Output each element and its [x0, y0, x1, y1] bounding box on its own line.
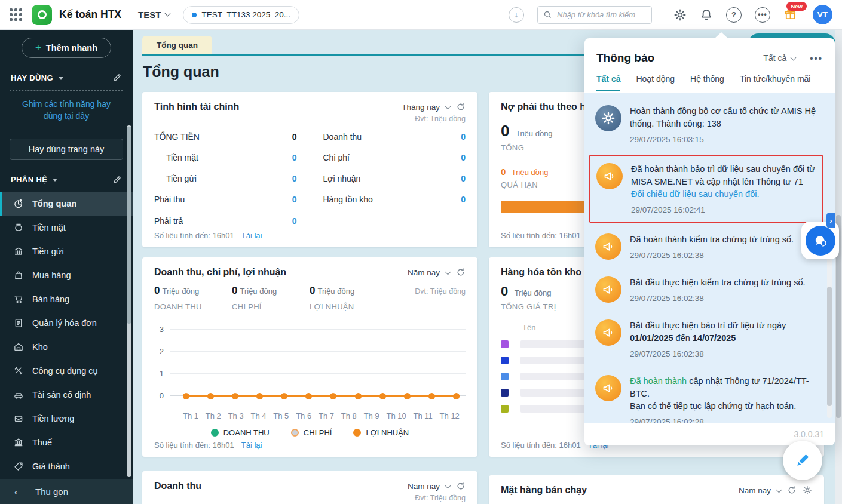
download-icon[interactable]: ↓: [509, 7, 524, 23]
more-options-icon[interactable]: •••: [755, 7, 770, 23]
database-selector[interactable]: TEST_TT133 2025_20...: [183, 6, 299, 24]
refresh-icon[interactable]: [456, 481, 466, 491]
data-points: [183, 393, 460, 399]
refresh-icon[interactable]: [456, 102, 466, 112]
whats-new-icon[interactable]: New: [783, 8, 797, 21]
panel-caret: [715, 32, 728, 38]
total-value: 0: [501, 122, 509, 140]
chevron-down-icon[interactable]: [776, 487, 782, 493]
user-avatar[interactable]: VT: [813, 5, 832, 24]
notification-time: 29/07/2025 16:02:41: [631, 205, 817, 214]
car-icon: [13, 389, 24, 400]
tab-tong-quan[interactable]: Tổng quan: [142, 36, 212, 54]
system-gear-icon: [595, 105, 621, 131]
finance-row: Phải trả0: [154, 210, 297, 231]
overdue-value: 0: [501, 167, 506, 177]
sidebar-item-cong-cu-dung-cu[interactable]: Công cụ dụng cụ: [0, 359, 133, 383]
tab-he-thong[interactable]: Hệ thống: [690, 74, 724, 91]
sidebar-item-thue[interactable]: Thuế: [0, 431, 133, 454]
notification-item[interactable]: Hoàn thành đồng bộ cơ cấu tổ chức từ AMI…: [584, 97, 835, 152]
notification-time: 29/07/2025 16:02:38: [630, 349, 786, 358]
notifications-bell-icon[interactable]: [700, 8, 713, 21]
notification-filter-select[interactable]: Tất cả: [763, 53, 795, 63]
sidebar-item-gia-thanh[interactable]: Giá thành: [0, 454, 133, 478]
favorites-section-header[interactable]: HAY DÙNG: [0, 73, 133, 82]
finance-row: Tiền gửi0: [154, 168, 297, 189]
finance-row: Chi phí0: [323, 147, 466, 168]
megaphone-icon: [595, 319, 621, 346]
sidebar-item-quan-ly-hoa-don[interactable]: Quản lý hóa đơn: [0, 311, 133, 335]
finance-card: Tình hình tài chính Tháng này Đvt: Triệu…: [142, 92, 477, 247]
search-input[interactable]: [557, 10, 646, 19]
chevron-down-icon[interactable]: [445, 483, 451, 488]
edit-pencil-icon[interactable]: [112, 73, 122, 82]
chevron-down-icon: [791, 54, 797, 60]
help-icon[interactable]: ?: [726, 7, 742, 23]
sidebar-item-tien-mat[interactable]: Tiền mặt: [0, 216, 133, 239]
search-box[interactable]: [537, 6, 652, 24]
card-settings-gear-icon[interactable]: [803, 485, 812, 495]
notification-item[interactable]: Đã hoàn thành cập nhật Thông tư 71/2024/…: [584, 367, 835, 423]
period-select[interactable]: Năm nay: [408, 482, 440, 491]
quick-add-button[interactable]: + Thêm nhanh: [22, 38, 111, 58]
price-tag-icon: [13, 461, 24, 472]
sidebar-item-tien-luong[interactable]: Tiền lương: [0, 407, 133, 431]
expand-side-tab[interactable]: ›: [826, 213, 835, 228]
page-title: Tổng quan: [143, 63, 219, 81]
sidebar-scrollbar[interactable]: [127, 125, 131, 477]
org-selector[interactable]: TEST: [138, 10, 170, 20]
tab-hoat-dong[interactable]: Hoạt động: [636, 74, 675, 91]
invoice-icon: [13, 318, 24, 328]
card-title: Doanh thu, chi phí, lợi nhuận: [154, 267, 286, 278]
edit-pencil-icon[interactable]: [112, 175, 122, 185]
stat-chi-phi: 0Triệu đồng CHI PHÍ: [232, 285, 310, 311]
salary-envelope-icon: [13, 413, 24, 424]
app-grid-icon[interactable]: [10, 8, 22, 21]
sidebar-item-kho[interactable]: Kho: [0, 335, 133, 359]
period-select[interactable]: Năm nay: [408, 268, 440, 277]
collapse-sidebar-button[interactable]: ‹ Thu gọn: [0, 479, 133, 504]
bestsellers-card: Mặt hàng bán chạy Năm nay: [489, 475, 824, 504]
notification-link[interactable]: Đối chiếu dữ liệu sau chuyển đổi.: [631, 189, 759, 199]
reload-link[interactable]: Tải lại: [241, 441, 262, 450]
settings-gear-icon[interactable]: [673, 8, 687, 21]
tab-tin-tuc[interactable]: Tin tức/khuyến mãi: [740, 74, 811, 91]
notification-item[interactable]: Bắt đầu thực hiện bảo trì dữ liệu từ ngà…: [584, 311, 835, 367]
sidebar-item-tai-san-co-dinh[interactable]: Tài sản cố định: [0, 383, 133, 407]
card-footer: Số liệu tính đến: 16h01Tải lại: [154, 231, 262, 240]
shopping-cart-icon: [13, 294, 24, 305]
version-label: 3.0.0.31: [794, 429, 824, 439]
notification-item-highlighted[interactable]: Đã hoàn thành bảo trì dữ liệu sau chuyển…: [589, 155, 823, 223]
chevron-down-icon[interactable]: [445, 103, 451, 109]
caret-down-icon: [59, 77, 63, 80]
database-name: TEST_TT133 2025_20...: [201, 10, 290, 19]
refresh-icon[interactable]: [787, 485, 797, 495]
sidebar-item-tien-gui[interactable]: Tiền gửi: [0, 239, 133, 263]
chart-legend: DOANH THU CHI PHÍ LỢI NHUẬN: [154, 428, 466, 437]
app-logo[interactable]: [32, 5, 52, 25]
x-axis-labels: Th 1Th 2Th 3Th 4Th 5Th 6Th 7Th 8Th 9Th 1…: [183, 411, 460, 420]
notification-item[interactable]: Đã hoàn thành kiểm tra chứng từ trùng số…: [584, 225, 835, 268]
notification-item[interactable]: Bắt đầu thực hiện kiểm tra chứng từ trùn…: [584, 268, 835, 311]
reload-link[interactable]: Tải lại: [241, 231, 262, 240]
sidebar-item-tong-quan[interactable]: Tổng quan: [0, 192, 133, 216]
chevron-down-icon: [165, 11, 171, 17]
panel-more-menu[interactable]: •••: [810, 53, 823, 63]
shopping-bag-icon: [13, 270, 24, 281]
favorite-this-page-button[interactable]: Hay dùng trang này: [10, 139, 123, 160]
edit-fab-button[interactable]: [783, 441, 822, 480]
refresh-icon[interactable]: [456, 268, 466, 277]
chevron-down-icon[interactable]: [445, 269, 451, 275]
pencil-icon: [794, 451, 812, 469]
tab-tat-ca[interactable]: Tất cả: [596, 74, 620, 91]
period-select[interactable]: Tháng này: [402, 103, 440, 112]
period-select[interactable]: Năm nay: [739, 486, 771, 495]
sidebar-item-ban-hang[interactable]: Bán hàng: [0, 287, 133, 311]
card-footer: Số liệu tính đến: 16h01Tải lại: [154, 441, 262, 450]
card-title: Mặt hàng bán chạy: [501, 485, 587, 496]
card-title: Doanh thu: [154, 481, 201, 491]
sidebar-item-mua-hang[interactable]: Mua hàng: [0, 263, 133, 287]
modules-section-header[interactable]: PHÂN HỆ: [0, 175, 133, 185]
page-scrollbar[interactable]: [835, 30, 842, 504]
notification-time: 29/07/2025 16:03:15: [630, 135, 819, 144]
